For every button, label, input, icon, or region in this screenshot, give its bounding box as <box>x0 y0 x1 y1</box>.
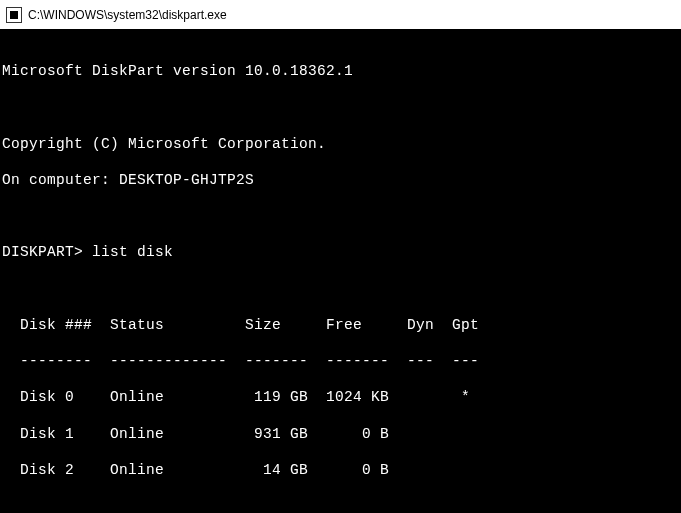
blank-line <box>2 207 681 225</box>
table-divider: -------- ------------- ------- ------- -… <box>2 352 681 370</box>
blank-line <box>2 280 681 298</box>
table-header: Disk ### Status Size Free Dyn Gpt <box>2 316 681 334</box>
computer-line: On computer: DESKTOP-GHJTP2S <box>2 171 681 189</box>
table-row: Disk 1 Online 931 GB 0 B <box>2 425 681 443</box>
terminal-output: Microsoft DiskPart version 10.0.18362.1 … <box>0 30 681 513</box>
version-line: Microsoft DiskPart version 10.0.18362.1 <box>2 62 681 80</box>
console-icon <box>6 7 22 23</box>
command-list-disk: list disk <box>83 244 173 260</box>
copyright-line: Copyright (C) Microsoft Corporation. <box>2 135 681 153</box>
window-title: C:\WINDOWS\system32\diskpart.exe <box>28 8 227 22</box>
table-row: Disk 0 Online 119 GB 1024 KB * <box>2 388 681 406</box>
table-row: Disk 2 Online 14 GB 0 B <box>2 461 681 479</box>
blank-line <box>2 98 681 116</box>
blank-line <box>2 497 681 513</box>
prompt: DISKPART> <box>2 244 83 260</box>
prompt-line: DISKPART> list disk <box>2 243 681 261</box>
window-titlebar[interactable]: C:\WINDOWS\system32\diskpart.exe <box>0 0 681 30</box>
